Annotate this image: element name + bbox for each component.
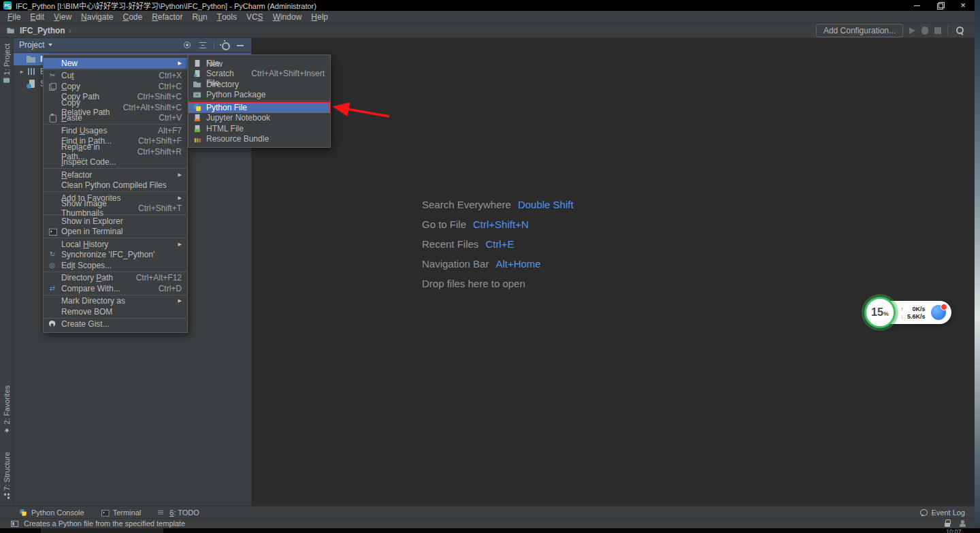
menubar-item-run[interactable]: Run <box>188 11 212 22</box>
context-menu-item-directory-path[interactable]: Directory PathCtrl+Alt+F12 <box>44 273 187 284</box>
shortcut-hint: Ctrl+D <box>146 284 182 293</box>
pycharm-logo-icon <box>3 1 12 10</box>
status-bar: Creates a Python file from the specified… <box>0 518 975 528</box>
menu-icon-slot <box>48 103 57 112</box>
menubar-item-refactor[interactable]: Refactor <box>147 11 187 22</box>
context-menu-item-label: Synchronize 'IFC_Python' <box>61 250 154 259</box>
download-arrow-icon: ↓ <box>900 313 904 320</box>
new-submenu-item-python-file[interactable]: Python File <box>189 102 330 113</box>
menubar-item-view[interactable]: View <box>49 11 76 22</box>
stop-button-icon[interactable] <box>934 27 941 34</box>
new-submenu-item-label: HTML File <box>206 124 244 133</box>
context-menu-separator <box>44 168 187 169</box>
context-menu-item-new[interactable]: New▶ <box>44 58 187 69</box>
menu-icon-slot <box>48 157 57 167</box>
context-menu-item-label: New <box>61 59 78 68</box>
minimize-button[interactable] <box>905 0 928 11</box>
shortcut-hint-line: Search EverywhereDouble Shift <box>422 195 574 214</box>
menubar-item-code[interactable]: Code <box>118 11 147 22</box>
toolwindow-tab-structure[interactable]: 7: Structure <box>3 452 11 499</box>
context-menu-item-edit-scopes[interactable]: ◎Edit Scopes... <box>44 260 187 271</box>
gear-icon[interactable] <box>219 39 230 50</box>
context-menu-item-synchronize-ifc-python[interactable]: ↻Synchronize 'IFC_Python' <box>44 250 187 261</box>
toolwindow-tab-favorites[interactable]: ★ 2: Favorites <box>3 385 11 434</box>
toolwindow-bar: Python ConsoleTerminal6: TODO Event Log <box>0 506 975 518</box>
drop-files-hint: Drop files here to open <box>422 274 525 293</box>
toolwindow-button-terminal[interactable]: Terminal <box>99 507 142 518</box>
context-menu-item-cut[interactable]: ✂CutCtrl+X <box>44 71 187 82</box>
new-submenu-item-new-scratch-file[interactable]: New Scratch FileCtrl+Alt+Shift+Insert <box>189 69 330 80</box>
compare-icon: ⇄ <box>48 284 57 293</box>
hide-panel-icon[interactable] <box>235 39 246 50</box>
breadcrumb[interactable]: IFC_Python › <box>0 25 71 36</box>
menubar-item-tools[interactable]: Tools <box>212 11 242 22</box>
expand-arrow-icon: ▸ <box>18 68 26 75</box>
breadcrumb-chevron-icon: › <box>69 25 71 35</box>
toolwindow-tab-project[interactable]: 1: Project <box>3 44 11 82</box>
menu-icon-slot <box>48 147 57 157</box>
status-message: Creates a Python file from the specified… <box>24 519 185 528</box>
window-title: IFC_Python [I:\BIM中心\好好学习-好好学习\Python\IF… <box>16 0 316 11</box>
context-menu-item-inspect-code[interactable]: Inspect Code... <box>44 157 187 168</box>
context-menu-item-replace-in-path[interactable]: Replace in Path...Ctrl+Shift+R <box>44 146 187 157</box>
context-menu-item-label: Show in Explorer <box>61 216 123 226</box>
restore-button[interactable] <box>928 0 951 11</box>
new-submenu-item-label: Jupyter Notebook <box>206 113 270 123</box>
toolwindow-button-python-console[interactable]: Python Console <box>18 507 84 518</box>
monitor-app-icon[interactable] <box>931 305 946 320</box>
menubar-item-navigate[interactable]: Navigate <box>76 11 118 22</box>
sync-icon: ↻ <box>48 250 57 259</box>
menu-icon-slot <box>48 307 57 317</box>
locate-file-icon[interactable] <box>182 39 193 50</box>
context-menu-item-paste[interactable]: PasteCtrl+V <box>44 113 187 124</box>
close-button[interactable] <box>951 0 975 11</box>
context-menu-item-copy[interactable]: CopyCtrl+C <box>44 81 187 92</box>
context-menu-item-clean-python-compiled-files[interactable]: Clean Python Compiled Files <box>44 180 187 191</box>
folder-icon <box>26 54 37 65</box>
lock-icon[interactable] <box>943 519 951 528</box>
search-everywhere-icon[interactable] <box>954 25 965 36</box>
context-menu-item-label: Directory Path <box>61 273 113 282</box>
toolwindow-button-6-todo[interactable]: 6: TODO <box>156 507 199 518</box>
context-menu-item-label: Open in Terminal <box>61 227 123 236</box>
menubar-item-help[interactable]: Help <box>306 11 333 22</box>
context-menu-item-refactor[interactable]: Refactor▶ <box>44 169 187 180</box>
new-submenu-separator <box>189 101 330 101</box>
menubar-item-edit[interactable]: Edit <box>25 11 49 22</box>
new-submenu-item-python-package[interactable]: Python Package <box>189 90 330 101</box>
context-menu-item-label: Paste <box>61 113 82 123</box>
context-menu-item-remove-bom[interactable]: Remove BOM <box>44 306 187 317</box>
context-menu-item-local-history[interactable]: Local History▶ <box>44 239 187 250</box>
context-menu-item-open-in-terminal[interactable]: Open in Terminal <box>44 227 187 238</box>
context-menu-item-mark-directory-as[interactable]: Mark Directory as▶ <box>44 296 187 307</box>
menubar-item-vcs[interactable]: VCS <box>242 11 268 22</box>
collapse-all-icon[interactable] <box>197 39 208 50</box>
new-submenu-item-directory[interactable]: Directory <box>189 79 330 90</box>
bundle-icon <box>193 134 202 144</box>
menubar-item-file[interactable]: File <box>3 11 25 22</box>
context-menu-item-label: Clean Python Compiled Files <box>61 180 167 190</box>
project-panel-header: Project <box>14 38 251 52</box>
new-submenu-item-resource-bundle[interactable]: Resource Bundle <box>189 134 330 145</box>
debug-button-icon[interactable] <box>921 27 928 35</box>
new-submenu-item-jupyter-notebook[interactable]: Jupyter Notebook <box>189 113 330 124</box>
add-configuration-button[interactable]: Add Configuration... <box>816 24 903 37</box>
context-menu-item-show-in-explorer[interactable]: Show in Explorer <box>44 216 187 227</box>
toolwindow-switcher-icon[interactable] <box>11 521 18 527</box>
context-menu-item-copy-relative-path[interactable]: Copy Relative PathCtrl+Alt+Shift+C <box>44 102 187 113</box>
shortcut-hint: Ctrl+Shift+T <box>126 204 182 213</box>
new-submenu-item-html-file[interactable]: HTML File <box>189 123 330 134</box>
context-menu-item-create-gist[interactable]: Create Gist... <box>44 319 187 330</box>
context-menu-separator <box>44 124 187 125</box>
context-menu-item-find-usages[interactable]: Find UsagesAlt+F7 <box>44 125 187 136</box>
menubar-item-window[interactable]: Window <box>268 11 307 22</box>
context-menu-item-show-image-thumbnails[interactable]: Show Image ThumbnailsCtrl+Shift+T <box>44 204 187 214</box>
chevron-down-icon[interactable] <box>48 44 52 46</box>
run-button-icon[interactable] <box>909 27 915 34</box>
inspections-profile-icon[interactable] <box>958 519 966 528</box>
context-menu-item-label: Copy <box>61 82 80 91</box>
context-menu-item-label: Find Usages <box>61 126 107 135</box>
event-log-button[interactable]: Event Log <box>919 508 965 517</box>
context-menu-item-compare-with[interactable]: ⇄Compare With...Ctrl+D <box>44 283 187 294</box>
system-monitor-widget[interactable]: 15% ↑0K/s ↓5.6K/s <box>864 297 951 328</box>
